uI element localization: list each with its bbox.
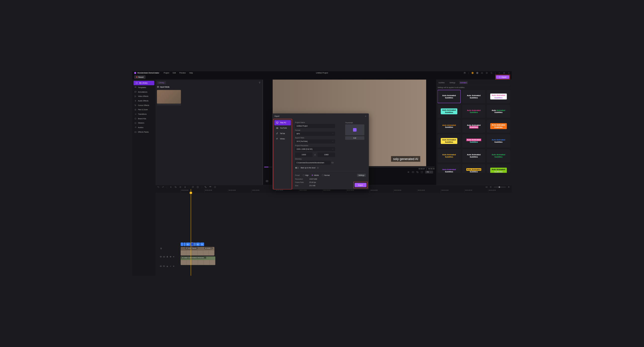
lock-aspect-icon[interactable] <box>314 154 316 156</box>
preset-high[interactable]: High <box>303 174 308 176</box>
playhead[interactable] <box>191 189 191 276</box>
close-icon[interactable] <box>508 72 510 74</box>
notification-icon[interactable] <box>486 72 488 74</box>
style-card[interactable]: Auto AnimatedSubtitles <box>487 149 510 163</box>
video-clip[interactable]: ai-avatar-customization-introduce-... <box>181 256 215 265</box>
subtitle-clip[interactable] <box>181 243 183 246</box>
subtitle-clip[interactable] <box>194 243 196 246</box>
style-card[interactable]: Auto AnimatedSubtitles <box>437 90 461 103</box>
resolution-select[interactable]: 1920 x 1080 (Full HD) <box>295 147 335 151</box>
aspect-select[interactable]: 16:9 (YouTube) <box>295 139 335 143</box>
tab-subtitles[interactable]: Subtitles <box>437 81 446 84</box>
nav-audio-effects[interactable]: Audio Effects <box>132 99 155 103</box>
zoom-slider[interactable] <box>494 187 506 187</box>
timeline-ruler[interactable]: 00:00:00:00 00:00:20:00 00:00:40:00 00:0… <box>155 189 512 193</box>
style-card[interactable]: Auto AnimatedSubtitles <box>462 149 486 163</box>
nav-pan-zoom[interactable]: Pan & Zoom <box>132 107 155 112</box>
style-card[interactable]: Auto AnimatedSubtitles <box>487 105 510 118</box>
style-card[interactable]: Auto AnimatedSubtitles <box>462 164 486 173</box>
crop-tool-icon[interactable] <box>175 186 177 188</box>
nav-video-effects[interactable]: Video Effects <box>132 94 155 99</box>
user-avatar-icon[interactable] <box>476 72 478 74</box>
eye-icon[interactable] <box>170 265 172 267</box>
style-card[interactable]: Auto AnimatedSubtitles <box>487 120 510 133</box>
mute-icon[interactable] <box>173 265 175 267</box>
style-card[interactable]: Auto AnimatedSubtitles <box>462 105 486 118</box>
subtitle-clip[interactable]: bu <box>196 243 200 246</box>
style-card[interactable]: Auto AnimatedSubtitles <box>437 120 461 133</box>
nav-brand-kits[interactable]: Brand Kits <box>132 116 155 121</box>
backup-toggle[interactable] <box>295 167 299 169</box>
info-icon[interactable] <box>317 167 319 169</box>
subtitle-clip[interactable] <box>184 243 186 246</box>
split-icon[interactable] <box>170 186 172 188</box>
fit-select[interactable]: Fit <box>425 171 433 174</box>
dest-vimeo[interactable]: Vimeo <box>274 136 291 141</box>
style-card[interactable]: Auto AnimatedSubtitles <box>487 164 510 173</box>
group-icon[interactable] <box>205 186 207 188</box>
style-card[interactable]: Auto AnimatedSubtitles <box>437 134 461 148</box>
style-card[interactable]: Auto AnimatedSubtitles <box>437 105 461 118</box>
cart-icon[interactable] <box>471 72 473 74</box>
nav-stickers[interactable]: Stickers <box>132 121 155 125</box>
export-button[interactable]: Export <box>496 75 509 79</box>
filter-icon[interactable] <box>259 82 261 84</box>
edit-thumbnail-button[interactable]: Edit <box>345 136 365 140</box>
export-confirm-button[interactable]: Export <box>355 183 367 187</box>
zoom-in-icon[interactable] <box>508 186 510 188</box>
eye-icon[interactable] <box>170 256 172 258</box>
nav-templates[interactable]: Templates <box>132 85 155 90</box>
lock-icon[interactable] <box>167 265 168 267</box>
redo-icon[interactable] <box>162 186 164 188</box>
style-card[interactable]: Auto AnimatedSubtitles <box>487 134 510 148</box>
browse-folder-icon[interactable] <box>332 162 334 164</box>
video-clip[interactable]: AI Voice Cleaner ai-avatar-c <box>181 247 214 255</box>
height-input[interactable] <box>317 152 335 157</box>
nav-transitions[interactable]: Transitions <box>132 112 155 117</box>
style-card[interactable]: Auto AnimatedSubtitles <box>462 134 486 148</box>
nav-cursor-effects[interactable]: Cursor Effects <box>132 103 155 107</box>
style-card[interactable]: Auto AnimatedSubtitles <box>437 164 461 173</box>
minimize-icon[interactable] <box>498 72 500 74</box>
directory-input[interactable] <box>295 161 331 165</box>
fit-timeline-icon[interactable] <box>486 186 488 188</box>
comment-icon[interactable] <box>192 186 194 188</box>
text-track-icon[interactable] <box>160 248 162 250</box>
dest-youtube[interactable]: YouTube <box>274 125 291 131</box>
ungroup-icon[interactable] <box>209 186 211 188</box>
media-thumbnail[interactable] <box>157 90 181 104</box>
tab-animated[interactable]: Animated <box>459 81 468 84</box>
preset-middle[interactable]: Middle <box>311 174 319 176</box>
fullscreen-icon[interactable] <box>421 171 423 173</box>
cloud-icon[interactable] <box>481 72 483 74</box>
dest-this-pc[interactable]: This PC <box>274 120 291 125</box>
nav-my-library[interactable]: My Library <box>134 81 154 85</box>
tab-settings[interactable]: Settings <box>449 81 456 84</box>
project-name-input[interactable] <box>295 124 335 128</box>
dest-tiktok[interactable]: TikTok <box>274 131 291 136</box>
zoom-handle[interactable] <box>499 186 500 188</box>
caption-icon[interactable] <box>412 171 414 173</box>
style-card[interactable]: Auto AnimatedSubtitles <box>462 120 486 133</box>
marker-icon[interactable] <box>179 186 181 188</box>
style-card[interactable]: Auto AnimatedSubtitles <box>437 149 461 163</box>
save-icon[interactable] <box>464 72 466 74</box>
import-media-button[interactable]: Import Media <box>160 86 170 88</box>
mute-icon[interactable] <box>173 256 175 258</box>
mic-icon[interactable] <box>184 186 186 188</box>
maximize-icon[interactable] <box>503 72 505 74</box>
menu-project[interactable]: Project <box>164 72 169 74</box>
preset-normal[interactable]: Normal <box>322 174 330 176</box>
dialog-close-icon[interactable]: ✕ <box>365 115 366 117</box>
record-button[interactable]: Record <box>134 75 146 79</box>
style-card[interactable]: Auto AnimatedSubtitles <box>462 90 486 103</box>
screenshot-icon[interactable] <box>266 180 268 182</box>
width-input[interactable] <box>295 152 313 157</box>
note-icon[interactable] <box>197 186 199 188</box>
volume-icon[interactable] <box>407 171 410 173</box>
ai-icon[interactable] <box>214 186 216 188</box>
library-tab[interactable]: Library <box>157 81 166 84</box>
crop-icon[interactable] <box>416 171 418 173</box>
subtitle-clip[interactable]: Yo <box>200 243 204 246</box>
refresh-icon[interactable] <box>491 72 493 74</box>
